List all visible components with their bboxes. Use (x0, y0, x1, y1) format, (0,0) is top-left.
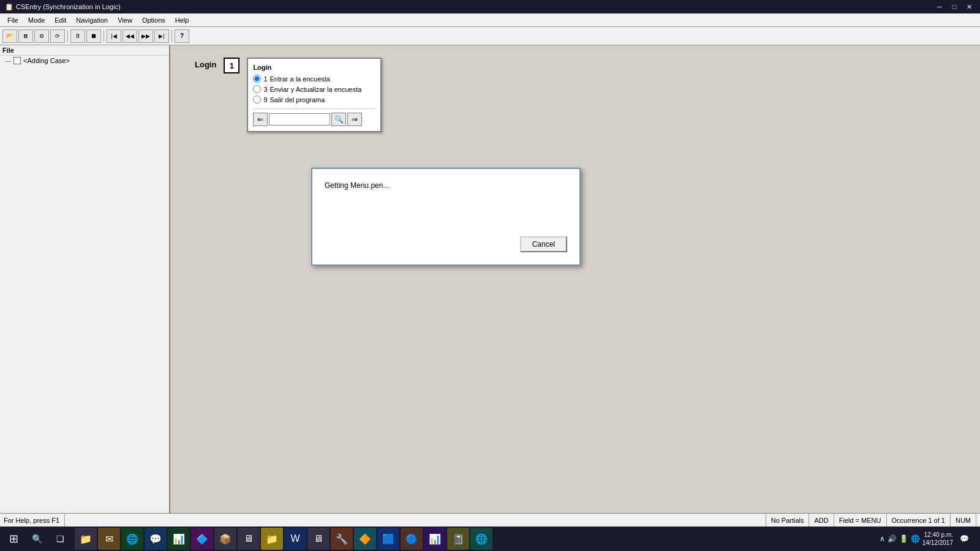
toolbar-next[interactable]: ▶▶ (138, 29, 153, 43)
taskbar-file-explorer[interactable]: 📁 (75, 528, 97, 550)
radio-option-1[interactable]: 1 Entrar a la encuesta (253, 75, 375, 83)
toolbar-help[interactable]: ? (175, 29, 189, 43)
radio-3[interactable] (253, 85, 261, 93)
menu-file[interactable]: File (2, 15, 23, 25)
status-no-partials: No Partials (766, 514, 810, 527)
radio-1-label: Entrar a la encuesta (270, 75, 330, 83)
cancel-button[interactable]: Cancel (520, 236, 567, 252)
radio-option-9[interactable]: 9 Salir del programa (253, 96, 375, 103)
toolbar-b1[interactable]: B (18, 29, 33, 43)
status-help: For Help, press F1 (4, 514, 65, 527)
popup-nav-bar: ⇐ 🔍 ⇒ (253, 108, 375, 126)
toolbar-open[interactable]: 📂 (2, 29, 17, 43)
status-occurrence-text: Occurrence 1 of 1 (892, 517, 945, 524)
status-num: NUM (951, 514, 976, 527)
content-area: Login 1 Login 1 Entrar a la encuesta 3 E… (170, 45, 980, 513)
toolbar-sep3 (172, 30, 172, 42)
status-num-text: NUM (956, 517, 971, 524)
window-title: CSEntry (Synchronization in Logic) (16, 3, 121, 10)
toolbar-b2[interactable]: ⚙ (34, 29, 49, 43)
status-spacer (65, 514, 766, 527)
maximize-button[interactable]: □ (948, 2, 960, 12)
taskbar-app6[interactable]: 🔷 (191, 528, 213, 550)
radio-1[interactable] (253, 75, 261, 83)
taskbar-excel[interactable]: 📊 (168, 528, 190, 550)
taskbar-app9[interactable]: 📁 (261, 528, 283, 550)
systray-notify-button[interactable]: 💬 (956, 530, 973, 547)
taskbar-word[interactable]: W (284, 528, 306, 550)
systray-volume[interactable]: 🔋 (899, 534, 908, 543)
systray: ∧ 🔊 🔋 🌐 12:40 p.m. 14/12/2017 💬 (875, 530, 978, 547)
status-occurrence: Occurrence 1 of 1 (887, 514, 951, 527)
status-mode: ADD (809, 514, 834, 527)
systray-network[interactable]: 🔊 (888, 534, 897, 543)
systray-date-value: 14/12/2017 (922, 539, 953, 547)
radio-9[interactable] (253, 96, 261, 103)
toolbar: 📂 B ⚙ ⟳ ⏸ ⏹ |◀ ◀◀ ▶▶ ▶| ? (0, 27, 980, 45)
status-bar: For Help, press F1 No Partials ADD Field… (0, 513, 980, 527)
status-mode-text: ADD (814, 517, 828, 524)
title-bar-title: 📋 CSEntry (Synchronization in Logic) (5, 3, 121, 11)
taskbar-app12[interactable]: 🔧 (331, 528, 353, 550)
title-bar-controls: ─ □ ✕ (933, 2, 975, 12)
start-button[interactable]: ⊞ (2, 528, 24, 550)
menu-navigation[interactable]: Navigation (71, 15, 113, 25)
systray-time[interactable]: 12:40 p.m. 14/12/2017 (922, 531, 953, 547)
taskbar-apps: 📁 ✉ 🌐 💬 📊 🔷 📦 🖥 📁 W 🖥 🔧 🔶 🟦 🔵 📊 📓 🌐 (72, 528, 873, 550)
minimize-button[interactable]: ─ (933, 2, 946, 12)
status-field-text: Field = MENU (839, 517, 881, 524)
login-number-box: 1 (224, 58, 239, 73)
status-help-text: For Help, press F1 (4, 517, 59, 524)
toolbar-prev[interactable]: ◀◀ (123, 29, 137, 43)
menu-view[interactable]: View (113, 15, 137, 25)
sidebar-tree-item[interactable]: — <Adding Case> (0, 56, 169, 66)
radio-3-label: Enviar y Actualizar la encuesta (270, 86, 362, 93)
menu-help[interactable]: Help (170, 15, 194, 25)
toolbar-sep1 (67, 30, 68, 42)
taskbar-app16[interactable]: 📊 (424, 528, 446, 550)
taskbar-chrome[interactable]: 🌐 (121, 528, 143, 550)
title-bar: 📋 CSEntry (Synchronization in Logic) ─ □… (0, 0, 980, 13)
login-section: Login 1 Login 1 Entrar a la encuesta 3 E… (170, 45, 980, 144)
nav-search-button[interactable]: 🔍 (331, 113, 346, 126)
systray-chevron[interactable]: ∧ (880, 534, 885, 543)
menu-edit[interactable]: Edit (50, 15, 71, 25)
app-icon: 📋 (5, 3, 13, 11)
main-area: File — <Adding Case> Login 1 Login 1 Ent… (0, 45, 980, 513)
radio-3-num: 3 (263, 86, 267, 93)
taskbar-app13[interactable]: 🔶 (354, 528, 376, 550)
tree-dash: — (5, 58, 11, 64)
taskbar-skype[interactable]: 💬 (145, 528, 167, 550)
tree-checkbox-icon[interactable] (13, 57, 21, 64)
menu-options[interactable]: Options (137, 15, 170, 25)
loading-dialog: Getting Menu.pen... Cancel (311, 168, 581, 266)
nav-input[interactable] (269, 113, 330, 126)
toolbar-stop[interactable]: ⏹ (86, 29, 101, 43)
radio-1-num: 1 (263, 75, 267, 83)
menu-mode[interactable]: Mode (23, 15, 50, 25)
taskbar-app11[interactable]: 🖥 (307, 528, 330, 550)
sidebar-header: File (0, 45, 169, 56)
nav-back-button[interactable]: ⇐ (253, 113, 268, 126)
close-button[interactable]: ✕ (963, 2, 975, 12)
task-view-button[interactable]: ❑ (49, 528, 71, 550)
login-popup: Login 1 Entrar a la encuesta 3 Enviar y … (247, 58, 382, 132)
nav-forward-button[interactable]: ⇒ (347, 113, 362, 126)
taskbar-app15[interactable]: 🔵 (401, 528, 423, 550)
taskbar-app8[interactable]: 🖥 (238, 528, 260, 550)
radio-9-label: Salir del programa (270, 96, 325, 103)
taskbar-app14[interactable]: 🟦 (377, 528, 399, 550)
toolbar-b3[interactable]: ⟳ (50, 29, 65, 43)
toolbar-pause[interactable]: ⏸ (70, 29, 85, 43)
taskbar-app18[interactable]: 🌐 (470, 528, 492, 550)
taskbar: ⊞ 🔍 ❑ 📁 ✉ 🌐 💬 📊 🔷 📦 🖥 📁 W 🖥 🔧 🔶 🟦 🔵 📊 📓 … (0, 527, 980, 551)
taskbar-search-button[interactable]: 🔍 (26, 528, 48, 550)
taskbar-mail[interactable]: ✉ (98, 528, 120, 550)
taskbar-app17[interactable]: 📓 (447, 528, 469, 550)
taskbar-app7[interactable]: 📦 (214, 528, 236, 550)
toolbar-first[interactable]: |◀ (107, 29, 121, 43)
systray-battery[interactable]: 🌐 (911, 534, 920, 543)
login-label: Login (195, 58, 216, 69)
radio-option-3[interactable]: 3 Enviar y Actualizar la encuesta (253, 85, 375, 93)
toolbar-last[interactable]: ▶| (154, 29, 169, 43)
